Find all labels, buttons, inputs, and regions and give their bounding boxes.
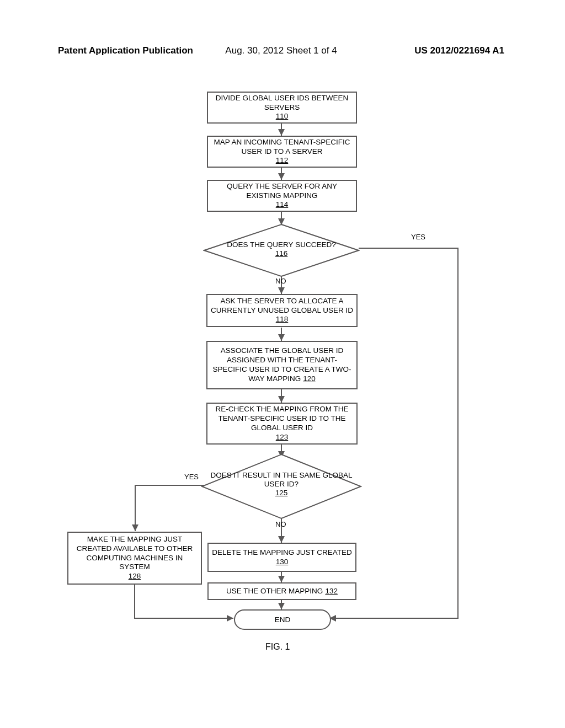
step-ref: 118 <box>276 315 289 324</box>
step-132: USE THE OTHER MAPPING 132 <box>207 582 356 600</box>
step-130: DELETE THE MAPPING JUST CREATED 130 <box>207 543 356 572</box>
step-text: RE-CHECK THE MAPPING FROM THE TENANT-SPE… <box>211 405 353 433</box>
label-yes-top: YES <box>411 233 425 241</box>
step-text: MAP AN INCOMING TENANT-SPECIFIC USER ID … <box>211 138 353 157</box>
label-no-top: NO <box>275 277 286 285</box>
decision-ref: 125 <box>275 489 288 497</box>
step-text: QUERY THE SERVER FOR ANY EXISTING MAPPIN… <box>211 182 353 201</box>
step-128: MAKE THE MAPPING JUST CREATED AVAILABLE … <box>67 532 202 585</box>
end-text: END <box>275 615 291 624</box>
label-yes-bottom: YES <box>184 473 199 481</box>
decision-text: DOES IT RESULT IN THE SAME GLOBAL USER I… <box>210 471 352 488</box>
step-ref: 130 <box>276 558 289 567</box>
figure-caption: FIG. 1 <box>265 642 290 652</box>
step-110: DIVIDE GLOBAL USER IDS BETWEEN SERVERS 1… <box>207 92 357 124</box>
step-text: ASSOCIATE THE GLOBAL USER ID ASSIGNED WI… <box>212 346 351 383</box>
step-114: QUERY THE SERVER FOR ANY EXISTING MAPPIN… <box>207 180 357 212</box>
decision-125: DOES IT RESULT IN THE SAME GLOBAL USER I… <box>206 471 356 498</box>
step-112: MAP AN INCOMING TENANT-SPECIFIC USER ID … <box>207 136 357 168</box>
step-118: ASK THE SERVER TO ALLOCATE A CURRENTLY U… <box>206 294 358 327</box>
step-text: DELETE THE MAPPING JUST CREATED <box>212 548 352 558</box>
decision-116: DOES THE QUERY SUCCEED? 116 <box>203 240 360 258</box>
terminal-end: END <box>234 609 331 630</box>
step-ref: 112 <box>276 156 289 165</box>
step-ref: 128 <box>129 572 141 581</box>
step-ref: 132 <box>325 587 338 596</box>
step-120: ASSOCIATE THE GLOBAL USER ID ASSIGNED WI… <box>206 341 358 389</box>
step-ref: 114 <box>276 200 289 210</box>
step-ref: 110 <box>276 112 289 121</box>
decision-ref: 116 <box>275 249 288 258</box>
step-ref: 123 <box>276 433 289 442</box>
decision-text: DOES THE QUERY SUCCEED? <box>227 240 335 249</box>
step-text: ASK THE SERVER TO ALLOCATE A CURRENTLY U… <box>211 297 353 315</box>
step-text: USE THE OTHER MAPPING <box>226 587 323 596</box>
step-text: DIVIDE GLOBAL USER IDS BETWEEN SERVERS <box>211 94 353 113</box>
label-no-bottom: NO <box>275 520 286 528</box>
flowchart-canvas: DIVIDE GLOBAL USER IDS BETWEEN SERVERS 1… <box>0 0 565 728</box>
step-123: RE-CHECK THE MAPPING FROM THE TENANT-SPE… <box>206 403 358 445</box>
step-ref: 120 <box>303 374 316 383</box>
step-text: MAKE THE MAPPING JUST CREATED AVAILABLE … <box>72 535 198 572</box>
